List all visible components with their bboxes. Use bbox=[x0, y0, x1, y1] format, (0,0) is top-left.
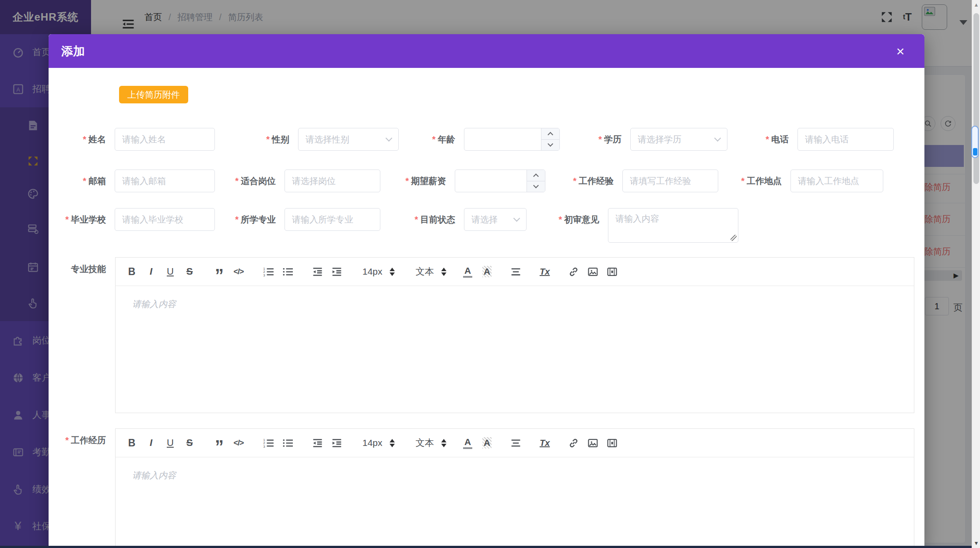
bold-icon[interactable]: B bbox=[124, 431, 139, 455]
font-color-icon[interactable]: A bbox=[460, 431, 475, 455]
chevron-down-icon bbox=[386, 134, 393, 141]
chevron-down-icon bbox=[714, 134, 721, 141]
text-type-select[interactable]: 文本 bbox=[415, 431, 447, 455]
skills-editor-body[interactable]: 请输入内容 bbox=[116, 286, 914, 413]
skills-editor: BIUS”</>12314px文本AATx 请输入内容 bbox=[115, 257, 914, 413]
clear-format-icon[interactable]: Tx bbox=[537, 259, 552, 284]
underline-icon[interactable]: U bbox=[163, 431, 178, 455]
gender-select[interactable]: 请选择性别 bbox=[298, 128, 399, 151]
scroll-down-icon[interactable]: ▼ bbox=[972, 540, 980, 546]
unordered-list-icon[interactable] bbox=[280, 259, 295, 284]
text-type-select[interactable]: 文本 bbox=[415, 259, 447, 284]
email-input[interactable]: 请输入邮箱 bbox=[115, 170, 215, 192]
gender-label: *性别 bbox=[237, 128, 289, 151]
page-scrollbar[interactable]: ▲ ▼ bbox=[972, 0, 980, 548]
review-textarea[interactable]: 请输入内容 bbox=[608, 208, 738, 243]
ordered-list-icon[interactable]: 123 bbox=[261, 259, 276, 284]
age-label: *年龄 bbox=[403, 128, 455, 151]
font-size-select[interactable]: 14px bbox=[362, 431, 396, 455]
upload-resume-button[interactable]: 上传简历附件 bbox=[119, 86, 188, 103]
skills-editor-toolbar: BIUS”</>12314px文本AATx bbox=[116, 258, 914, 286]
salary-increase-button[interactable] bbox=[527, 170, 545, 181]
italic-icon[interactable]: I bbox=[144, 259, 158, 284]
ordered-list-icon[interactable]: 123 bbox=[261, 431, 276, 455]
review-label: *初审意见 bbox=[547, 208, 599, 231]
image-icon[interactable] bbox=[586, 431, 601, 455]
position-label: *适合岗位 bbox=[223, 170, 276, 192]
link-icon[interactable] bbox=[566, 431, 581, 455]
status-select[interactable]: 请选择 bbox=[464, 208, 527, 231]
underline-icon[interactable]: U bbox=[163, 259, 178, 284]
salary-decrease-button[interactable] bbox=[527, 181, 545, 192]
age-increase-button[interactable] bbox=[541, 128, 559, 140]
experience-editor-body[interactable]: 请输入内容 bbox=[116, 457, 914, 548]
experience-editor-toolbar: BIUS”</>12314px文本AATx bbox=[116, 429, 914, 457]
education-select[interactable]: 请选择学历 bbox=[630, 128, 727, 151]
name-input[interactable]: 请输入姓名 bbox=[115, 128, 215, 151]
italic-icon[interactable]: I bbox=[144, 431, 158, 455]
font-color-icon[interactable]: A bbox=[460, 259, 475, 284]
school-input[interactable]: 请输入毕业学校 bbox=[115, 208, 215, 231]
unordered-list-icon[interactable] bbox=[280, 431, 295, 455]
modal-header: 添加 bbox=[49, 34, 924, 68]
scrollbar-thumb[interactable] bbox=[973, 13, 979, 184]
image-icon[interactable] bbox=[586, 259, 601, 284]
bg-color-icon[interactable]: A bbox=[480, 431, 495, 455]
name-label: *姓名 bbox=[53, 128, 106, 151]
chevron-down-icon bbox=[513, 215, 520, 222]
add-resume-modal: 添加 × 上传简历附件 *姓名 请输入姓名 *性别 请选择性别 *年龄 *学历 … bbox=[49, 34, 924, 548]
education-label: *学历 bbox=[569, 128, 622, 151]
outdent-icon[interactable] bbox=[310, 431, 325, 455]
blockquote-icon[interactable]: ” bbox=[212, 431, 227, 455]
major-input[interactable]: 请输入所学专业 bbox=[285, 208, 380, 231]
up-down-caret-icon bbox=[390, 268, 395, 276]
age-stepper[interactable] bbox=[464, 128, 560, 151]
work-exp-label: *工作经验 bbox=[561, 170, 614, 192]
code-icon[interactable]: </> bbox=[231, 431, 246, 455]
link-icon[interactable] bbox=[566, 259, 581, 284]
font-size-select[interactable]: 14px bbox=[362, 259, 396, 284]
experience-label: *工作经历 bbox=[53, 435, 106, 446]
status-label: *目前状态 bbox=[403, 208, 455, 231]
indent-icon[interactable] bbox=[329, 259, 344, 284]
indent-icon[interactable] bbox=[329, 431, 344, 455]
up-down-caret-icon bbox=[441, 268, 446, 276]
modal-title: 添加 bbox=[61, 43, 85, 59]
align-icon[interactable] bbox=[509, 431, 523, 455]
location-input[interactable]: 请输入工作地点 bbox=[790, 170, 883, 192]
salary-stepper[interactable] bbox=[455, 170, 545, 192]
major-label: *所学专业 bbox=[223, 208, 276, 231]
strikethrough-icon[interactable]: S bbox=[182, 259, 197, 284]
experience-editor: BIUS”</>12314px文本AATx 请输入内容 bbox=[115, 428, 914, 548]
video-icon[interactable] bbox=[605, 431, 620, 455]
bottom-edge-strip bbox=[0, 546, 972, 548]
scroll-up-icon[interactable]: ▲ bbox=[972, 2, 980, 8]
app-screen: 企业eHR系统 首页A招聘岗位客户人事考勤绩效¥社保 首页 / 招聘管理 / 简… bbox=[0, 0, 980, 548]
strikethrough-icon[interactable]: S bbox=[182, 431, 197, 455]
age-decrease-button[interactable] bbox=[541, 140, 559, 151]
scroll-position-marker[interactable] bbox=[971, 126, 979, 158]
outdent-icon[interactable] bbox=[310, 259, 325, 284]
scroll-marker-pip bbox=[973, 148, 977, 156]
phone-label: *电话 bbox=[736, 128, 789, 151]
up-down-caret-icon bbox=[441, 439, 446, 447]
school-label: *毕业学校 bbox=[53, 208, 106, 231]
code-icon[interactable]: </> bbox=[231, 259, 246, 284]
work-exp-input[interactable]: 请填写工作经验 bbox=[622, 170, 718, 192]
phone-input[interactable]: 请输入电话 bbox=[797, 128, 894, 151]
blockquote-icon[interactable]: ” bbox=[212, 259, 227, 284]
location-label: *工作地点 bbox=[729, 170, 782, 192]
bg-color-icon[interactable]: A bbox=[480, 259, 495, 284]
position-input[interactable]: 请选择岗位 bbox=[285, 170, 380, 192]
bold-icon[interactable]: B bbox=[124, 259, 139, 284]
close-icon[interactable]: × bbox=[891, 42, 910, 60]
align-icon[interactable] bbox=[509, 259, 523, 284]
salary-label: *期望薪资 bbox=[393, 170, 446, 192]
clear-format-icon[interactable]: Tx bbox=[537, 431, 552, 455]
video-icon[interactable] bbox=[605, 259, 620, 284]
svg-text:3: 3 bbox=[263, 444, 265, 448]
svg-text:3: 3 bbox=[263, 273, 265, 277]
up-down-caret-icon bbox=[390, 439, 395, 447]
resize-grip-icon[interactable] bbox=[731, 235, 737, 241]
email-label: *邮箱 bbox=[53, 170, 106, 192]
